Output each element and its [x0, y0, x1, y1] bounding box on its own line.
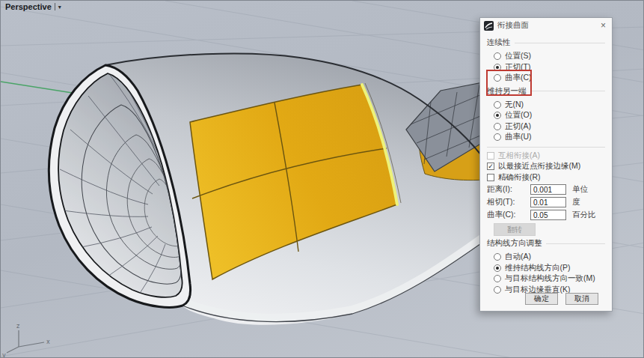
- radio-selected-icon: [494, 64, 501, 71]
- radio-maintain-position[interactable]: 位置(O): [487, 110, 605, 121]
- distance-unit: 单位: [572, 184, 605, 195]
- checkbox-match-both: 互相衔接(A): [487, 151, 605, 162]
- match-surface-icon: [484, 21, 494, 31]
- rhino-viewport-window: z x y Perspective ▾ 衔接曲面 × 连续性: [0, 0, 644, 358]
- dialog-titlebar[interactable]: 衔接曲面 ×: [480, 18, 612, 33]
- radio-icon: [494, 275, 501, 282]
- tangency-label: 相切(T):: [487, 197, 526, 207]
- viewport-title-divider: [55, 3, 55, 10]
- checkbox-match-by-closest-points[interactable]: ✓ 以最接近点衔接边缘(M): [487, 161, 605, 172]
- ok-button[interactable]: 确定: [525, 293, 558, 305]
- radio-isocurve-automatic[interactable]: 自动(A): [487, 252, 605, 263]
- radio-icon: [494, 253, 501, 261]
- dialog-title: 衔接曲面: [497, 20, 595, 31]
- svg-text:y: y: [2, 352, 6, 358]
- distance-label: 距离(I):: [487, 184, 526, 195]
- radio-maintain-none[interactable]: 无(N): [487, 100, 605, 111]
- radio-maintain-curvature[interactable]: 曲率(U): [487, 132, 605, 143]
- curvature-input[interactable]: [530, 210, 566, 220]
- isocurve-adjust-header: 结构线方向调整: [487, 238, 605, 249]
- dialog-footer: 确定 取消: [525, 293, 598, 305]
- radio-icon: [494, 123, 501, 130]
- radio-selected-icon: [494, 112, 501, 119]
- match-surface-dialog: 衔接曲面 × 连续性 位置(S) 正切(T) 曲率(C) 维持: [479, 17, 613, 312]
- radio-icon: [494, 133, 501, 141]
- radio-continuity-position[interactable]: 位置(S): [487, 51, 605, 62]
- axis-gizmo: [7, 330, 44, 353]
- radio-icon: [494, 52, 501, 60]
- radio-continuity-tangency[interactable]: 正切(T): [487, 62, 605, 73]
- radio-isocurve-match-target[interactable]: 与目标结构线方向一致(M): [487, 273, 605, 285]
- model-nacelle: [49, 54, 494, 325]
- tangency-input[interactable]: [530, 197, 566, 207]
- continuity-header: 连续性: [487, 37, 605, 48]
- tolerance-fields: 距离(I): 单位 相切(T): 度 曲率(C): 百分比: [487, 184, 605, 220]
- close-icon[interactable]: ×: [599, 21, 607, 30]
- chevron-down-icon[interactable]: ▾: [58, 4, 61, 10]
- svg-text:z: z: [16, 323, 19, 330]
- cancel-button[interactable]: 取消: [565, 293, 598, 305]
- separator: [487, 147, 605, 148]
- radio-icon: [494, 286, 501, 294]
- radio-icon: [494, 101, 501, 109]
- checkbox-icon: [487, 174, 494, 181]
- axis-gizmo-labels: z x y: [2, 323, 50, 358]
- radio-isocurve-preserve[interactable]: 维持结构线方向(P): [487, 263, 605, 274]
- viewport-title-menu[interactable]: Perspective ▾: [5, 2, 61, 11]
- checkbox-icon: [487, 152, 494, 160]
- svg-text:x: x: [46, 339, 50, 345]
- curvature-label: 曲率(C):: [487, 210, 526, 220]
- tangency-unit: 度: [572, 197, 605, 207]
- radio-maintain-tangency[interactable]: 正切(A): [487, 121, 605, 133]
- radio-continuity-curvature[interactable]: 曲率(C): [487, 73, 605, 84]
- radio-selected-icon: [494, 264, 501, 272]
- flip-button: 翻转: [494, 223, 536, 236]
- curvature-unit: 百分比: [572, 210, 605, 220]
- checkbox-refine-match[interactable]: 精确衔接(R): [487, 172, 605, 183]
- radio-icon: [494, 74, 501, 82]
- dialog-body: 连续性 位置(S) 正切(T) 曲率(C) 维持另一端 无(N): [480, 33, 612, 295]
- checkbox-checked-icon: ✓: [487, 163, 494, 170]
- viewport-title-label: Perspective: [5, 2, 52, 11]
- distance-input[interactable]: [530, 184, 566, 195]
- maintain-other-end-header: 维持另一端: [487, 86, 605, 97]
